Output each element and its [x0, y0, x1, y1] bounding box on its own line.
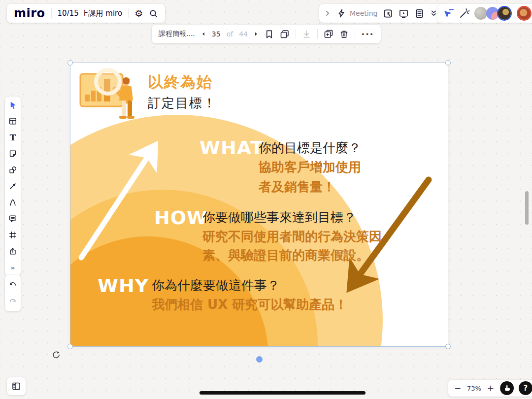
resize-handle-top-right[interactable]	[445, 60, 451, 66]
slides-stack-icon[interactable]	[280, 29, 290, 39]
zoom-level[interactable]: 73%	[467, 385, 481, 392]
redo-icon[interactable]	[8, 297, 18, 306]
frame-tool[interactable]	[8, 230, 18, 240]
download-icon[interactable]	[302, 30, 311, 39]
rotate-handle-icon[interactable]	[52, 351, 61, 360]
avatar-current-user[interactable]	[518, 7, 531, 20]
comment-tool[interactable]	[8, 214, 18, 224]
duplicate-icon[interactable]	[324, 29, 333, 39]
divider	[317, 29, 318, 39]
page-current: 35	[212, 30, 221, 38]
pen-tool[interactable]	[8, 198, 18, 207]
page-of-label: of	[227, 30, 233, 38]
deck-name[interactable]: 課程簡報....	[159, 30, 195, 38]
answer-what-line2: 者及銷售量！	[259, 180, 335, 193]
templates-tool[interactable]	[8, 116, 18, 126]
divider	[51, 8, 52, 18]
selected-frame[interactable]: 以終為始 訂定目標！ WHAT 你的目標是什麼？ 協助客戶增加使用 者及銷售量！…	[70, 63, 448, 346]
chevron-right-icon[interactable]	[324, 10, 331, 17]
divider	[355, 29, 355, 39]
energy-lightning-icon[interactable]	[336, 8, 346, 18]
resize-handle-bottom-left[interactable]	[67, 344, 73, 349]
laser-pointer-icon[interactable]	[459, 7, 470, 19]
question-why: 你為什麼要做這件事？	[152, 279, 280, 292]
vertical-scrollbar-thumb[interactable]	[525, 191, 529, 225]
notes-icon[interactable]	[414, 8, 425, 19]
text-tool[interactable]: T	[8, 133, 18, 142]
slide-title-sub: 訂定目標！	[148, 95, 217, 112]
meeting-bar: Meeting 3	[319, 4, 442, 23]
magnifier-chart-illustration	[77, 66, 139, 121]
divider	[296, 29, 296, 39]
touch-mode-button[interactable]	[500, 381, 514, 395]
keyword-what: WHAT	[200, 138, 264, 157]
header-bar: miro 10/15 上課用 miro ⚙	[7, 4, 165, 23]
avatar[interactable]	[486, 7, 499, 20]
calendar-icon[interactable]: 3	[383, 8, 393, 19]
undo-icon[interactable]	[8, 280, 18, 290]
white-up-arrow	[81, 145, 155, 258]
sticky-note-tool[interactable]	[8, 149, 18, 159]
answer-what-line1: 協助客戶增加使用	[259, 161, 361, 173]
help-button[interactable]: ?	[519, 381, 532, 395]
zoom-out-button[interactable]: −	[453, 383, 462, 393]
answer-how-line1: 研究不同使用者間的行為決策因	[202, 230, 382, 243]
collapse-double-chevron-icon[interactable]	[430, 9, 437, 17]
avatar[interactable]	[498, 7, 511, 20]
keyword-how: HOW	[154, 208, 208, 227]
prev-slide-icon[interactable]	[201, 32, 206, 36]
slide-page-dot[interactable]	[256, 356, 263, 363]
slide-title-accent: 以終為始	[148, 72, 213, 93]
presentation-icon[interactable]	[399, 8, 409, 19]
avatar[interactable]	[474, 7, 487, 20]
miro-logo: miro	[14, 6, 45, 20]
page-total: 44	[239, 30, 248, 38]
zoom-controls: − 73% + ?	[448, 380, 532, 397]
zoom-in-button[interactable]: +	[486, 383, 495, 393]
search-icon[interactable]	[149, 9, 158, 18]
upload-tool[interactable]	[8, 246, 18, 256]
resize-handle-top-left[interactable]	[67, 60, 73, 66]
connector-arrow-tool[interactable]	[8, 181, 18, 191]
undo-redo-bar	[5, 275, 21, 311]
question-what: 你的目標是什麼？	[259, 141, 361, 154]
more-tools-button[interactable]: »	[8, 263, 18, 272]
follow-cursor-icon[interactable]	[443, 7, 455, 19]
divider	[128, 8, 129, 18]
more-options-button[interactable]: •••	[361, 31, 374, 38]
trash-icon[interactable]	[339, 30, 349, 39]
answer-how-line2: 素、與驗證目前的商業假設。	[202, 249, 369, 262]
select-cursor-tool[interactable]	[8, 100, 18, 110]
creation-toolbar: T »	[5, 97, 21, 276]
keyword-why: WHY	[98, 276, 149, 295]
settings-gear-icon[interactable]: ⚙	[134, 9, 143, 18]
answer-why-line1: 我們相信 UX 研究可以幫助產品！	[152, 298, 347, 311]
bookmark-icon[interactable]	[265, 30, 274, 39]
shapes-tool[interactable]	[8, 165, 18, 175]
slide-canvas[interactable]: 以終為始 訂定目標！ WHAT 你的目標是什麼？ 協助客戶增加使用 者及銷售量！…	[70, 63, 448, 346]
frame-toolbar: 課程簡報.... 35 of 44 •••	[152, 25, 381, 43]
frames-panel-button[interactable]	[7, 377, 26, 395]
resize-handle-bottom-right[interactable]	[445, 344, 451, 349]
canvas[interactable]: { "header": { "logo": "miro", "board_tit…	[0, 0, 532, 399]
board-title[interactable]: 10/15 上課用 miro	[58, 9, 123, 18]
home-indicator-bar	[200, 391, 366, 395]
collaboration-bar	[437, 4, 532, 23]
next-slide-icon[interactable]	[254, 32, 259, 36]
question-how: 你要做哪些事來達到目標？	[202, 211, 356, 224]
meeting-label[interactable]: Meeting	[350, 9, 377, 17]
